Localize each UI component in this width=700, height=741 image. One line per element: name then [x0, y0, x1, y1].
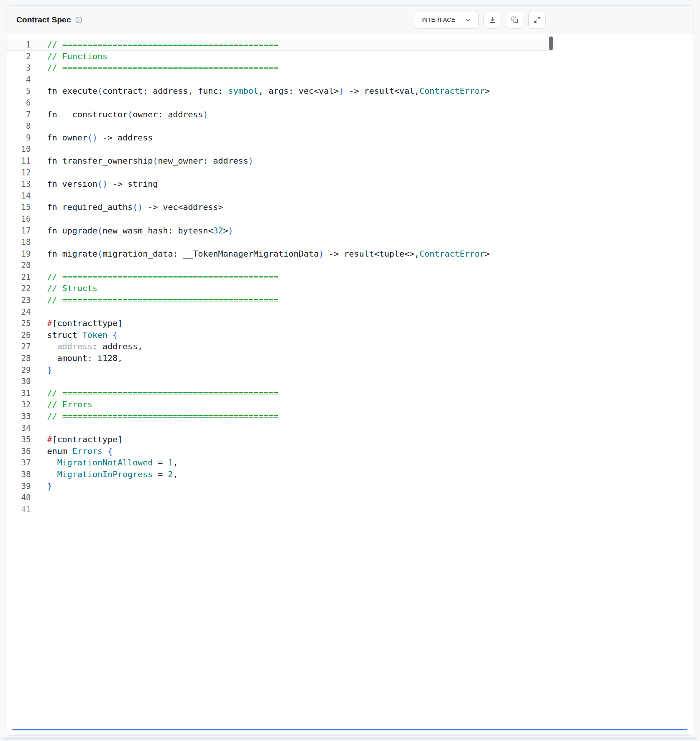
code-text: MigrationInProgress = 2,	[47, 469, 178, 481]
line-number: 14	[6, 190, 31, 202]
code-editor[interactable]: 1// ====================================…	[6, 35, 694, 732]
line-number: 24	[6, 306, 31, 318]
line-number: 13	[6, 178, 31, 190]
line-number: 16	[6, 213, 31, 225]
line-number: 41	[6, 504, 31, 516]
code-text: fn migrate(migration_data: __TokenManage…	[47, 248, 490, 260]
copy-icon	[511, 16, 519, 24]
code-line: 1// ====================================…	[6, 39, 555, 51]
spec-view-dropdown[interactable]: INTERFACE	[414, 11, 479, 28]
line-number: 35	[6, 434, 31, 446]
code-text: // Structs	[47, 283, 97, 295]
code-text: // =====================================…	[47, 388, 278, 399]
code-text: // Errors	[47, 399, 92, 411]
code-text: // =====================================…	[47, 295, 278, 306]
line-number: 19	[6, 248, 31, 260]
code-line: 30	[6, 376, 555, 388]
code-line: 9fn owner() -> address	[6, 132, 555, 144]
code-text: // =====================================…	[47, 411, 278, 423]
code-line: 22// Structs	[6, 283, 555, 295]
info-icon[interactable]	[75, 16, 83, 24]
code-line: 18	[6, 236, 555, 248]
code-line: 37 MigrationNotAllowed = 1,	[6, 457, 555, 469]
code-line: 35#[contracttype]	[6, 434, 555, 446]
line-number: 38	[6, 469, 31, 481]
code-lines: 1// ====================================…	[6, 35, 555, 515]
horizontal-scrollbar-thumb[interactable]	[12, 729, 687, 730]
line-number: 20	[6, 260, 31, 271]
download-button[interactable]	[484, 11, 501, 28]
line-number: 6	[6, 97, 31, 109]
code-line: 7fn __constructor(owner: address)	[6, 109, 555, 121]
code-line: 38 MigrationInProgress = 2,	[6, 469, 555, 481]
download-icon	[488, 16, 496, 24]
code-line: 28 amount: i128,	[6, 353, 555, 364]
code-line: 32// Errors	[6, 399, 555, 411]
page-title: Contract Spec	[16, 15, 71, 24]
code-text: #[contracttype]	[47, 318, 123, 330]
line-number: 5	[6, 85, 31, 97]
code-line: 36enum Errors {	[6, 446, 555, 457]
header-left: Contract Spec	[16, 15, 83, 24]
line-number: 3	[6, 62, 31, 74]
code-line: 13fn version() -> string	[6, 178, 555, 190]
code-text: }	[47, 364, 52, 376]
header-actions: INTERFACE	[414, 11, 546, 28]
line-number: 33	[6, 411, 31, 423]
line-number: 11	[6, 155, 31, 167]
code-line: 15fn required_auths() -> vec<address>	[6, 202, 555, 213]
code-line: 31// ===================================…	[6, 388, 555, 399]
line-number: 17	[6, 225, 31, 237]
line-number: 28	[6, 353, 31, 364]
spec-view-dropdown-label: INTERFACE	[421, 16, 455, 23]
copy-button[interactable]	[506, 11, 523, 28]
code-text: // Functions	[47, 51, 107, 63]
code-line: 39}	[6, 481, 555, 492]
line-number: 22	[6, 283, 31, 295]
code-text: address: address,	[47, 341, 143, 353]
code-text: #[contracttype]	[47, 434, 123, 446]
page-horizontal-scrollbar[interactable]	[3, 737, 697, 740]
code-line: 16	[6, 213, 555, 225]
code-line: 12	[6, 167, 555, 179]
line-number: 30	[6, 376, 31, 388]
vertical-scrollbar-thumb[interactable]	[549, 36, 553, 50]
line-number: 9	[6, 132, 31, 144]
code-line: 10	[6, 143, 555, 155]
code-line: 4	[6, 74, 555, 86]
code-text: // =====================================…	[47, 39, 278, 51]
chevron-down-icon	[465, 16, 471, 23]
code-line: 5fn execute(contract: address, func: sym…	[6, 85, 555, 97]
contract-spec-panel: Contract Spec INTERFACE	[6, 5, 694, 736]
code-text: fn execute(contract: address, func: symb…	[47, 85, 490, 97]
line-number: 32	[6, 399, 31, 411]
code-line: 14	[6, 190, 555, 202]
code-text: struct Token {	[47, 330, 117, 341]
code-text: MigrationNotAllowed = 1,	[47, 457, 178, 469]
line-number: 29	[6, 364, 31, 376]
code-text: fn owner() -> address	[47, 132, 153, 144]
code-text: // =====================================…	[47, 62, 278, 74]
line-number: 23	[6, 295, 31, 306]
line-number: 4	[6, 74, 31, 86]
code-text: fn transfer_ownership(new_owner: address…	[47, 155, 253, 167]
expand-button[interactable]	[528, 11, 546, 28]
code-line: 23// ===================================…	[6, 295, 555, 306]
line-number: 25	[6, 318, 31, 330]
line-number: 8	[6, 120, 31, 132]
line-number: 15	[6, 202, 31, 213]
code-line: 25#[contracttype]	[6, 318, 555, 330]
line-number: 1	[6, 39, 31, 51]
line-number: 37	[6, 457, 31, 469]
code-text: }	[47, 481, 52, 492]
code-text: fn required_auths() -> vec<address>	[47, 202, 223, 213]
code-text: amount: i128,	[47, 353, 123, 364]
code-text: fn upgrade(new_wasm_hash: bytesn<32>)	[47, 225, 233, 237]
line-number: 36	[6, 446, 31, 457]
line-number: 21	[6, 271, 31, 283]
line-number: 34	[6, 423, 31, 434]
line-number: 7	[6, 109, 31, 121]
code-line: 40	[6, 492, 555, 504]
code-line: 34	[6, 423, 555, 434]
line-number: 2	[6, 51, 31, 63]
